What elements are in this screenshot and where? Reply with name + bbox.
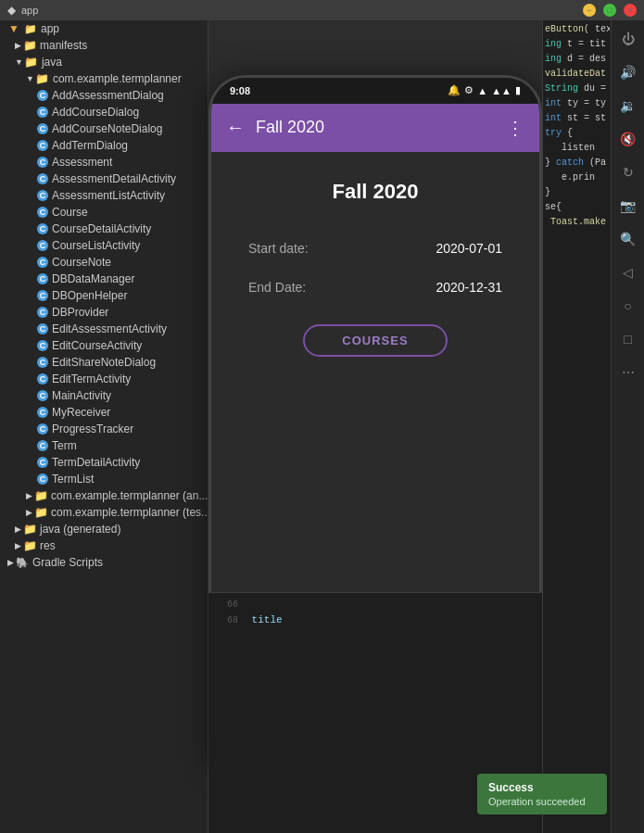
rotate-icon[interactable]: ↻ [617,161,639,183]
folder-icon: 📁 [34,489,47,502]
more-icon[interactable]: ⋯ [617,361,639,384]
app-bar: ← Fall 2020 ⋮ [211,104,539,152]
tree-item-MyReceiver[interactable]: C MyReceiver [0,404,208,421]
tree-item-CourseNote[interactable]: C CourseNote [0,254,208,271]
class-icon: C [37,407,48,418]
java-gen-label: java (generated) [40,523,120,536]
folder-icon: 📁 [23,539,36,552]
tree-item-pkg-test[interactable]: ▶ 📁 com.example.termplanner (tes... [0,504,208,521]
class-label: CourseListActivity [52,239,140,252]
class-icon: C [37,140,48,151]
volume-up-icon[interactable]: 🔊 [617,61,639,83]
tree-item-DBProvider[interactable]: C DBProvider [0,304,208,321]
tree-item-DBOpenHelper[interactable]: C DBOpenHelper [0,287,208,304]
end-label: End Date: [248,280,306,295]
bottom-code-line-2: 68 title [216,612,535,628]
code-line-6: int ty = ty [545,96,610,111]
class-label: Term [52,439,77,452]
class-icon: C [37,273,48,284]
chevron-down-icon: ▼ [7,22,20,35]
tree-item-EditAssessmentActivity[interactable]: C EditAssessmentActivity [0,321,208,337]
tree-item-Assessment[interactable]: C Assessment [0,154,208,170]
tree-item-EditCourseActivity[interactable]: C EditCourseActivity [0,337,208,354]
class-icon: C [37,457,48,468]
tree-item-TermDetailActivity[interactable]: C TermDetailActivity [0,454,208,471]
class-label: CourseDetailActivity [52,222,151,235]
class-icon: C [37,340,48,351]
tree-item-DBDataManager[interactable]: C DBDataManager [0,271,208,287]
titlebar-title: app [21,5,583,16]
code-line-12: } [545,185,610,200]
class-label: Assessment [52,156,112,169]
square-icon[interactable]: □ [617,328,639,350]
more-options-button[interactable]: ⋮ [506,117,524,139]
tree-item-Term[interactable]: C Term [0,437,208,454]
tree-root-app[interactable]: ▼ 📁 app [0,20,208,37]
power-icon[interactable]: ⏻ [617,28,639,50]
folder-icon: 📁 [34,506,47,519]
class-icon: C [37,473,48,485]
gradle-icon: 🐘 [16,557,29,569]
mute-icon[interactable]: 🔇 [617,128,639,150]
pkg-test-label: com.example.termplanner (tes... [51,506,208,519]
home-icon[interactable]: ○ [617,295,639,317]
zoom-icon[interactable]: 🔍 [617,228,639,250]
class-label: EditTermActivity [52,372,131,385]
restore-button[interactable]: □ [603,4,616,17]
tree-item-java[interactable]: ▼ 📁 java [0,54,208,70]
tree-item-EditShareNoteDialog[interactable]: C EditShareNoteDialog [0,354,208,371]
class-label: EditAssessmentActivity [52,322,167,335]
tree-item-AssessmentListActivity[interactable]: C AssessmentListActivity [0,187,208,204]
tree-item-package[interactable]: ▼ 📁 com.example.termplanner [0,70,208,87]
code-line-9: listen [545,141,610,156]
screenshot-icon[interactable]: 📷 [617,195,639,217]
tree-item-AddTermDialog[interactable]: C AddTermDialog [0,137,208,154]
tree-item-EditTermActivity[interactable]: C EditTermActivity [0,371,208,387]
tree-item-CourseListActivity[interactable]: C CourseListActivity [0,237,208,254]
tree-item-gradle[interactable]: ▶ 🐘 Gradle Scripts [0,554,208,571]
tree-item-res[interactable]: ▶ 📁 res [0,537,208,554]
class-icon: C [37,323,48,334]
minimize-button[interactable]: − [583,4,596,17]
class-icon: C [37,90,48,101]
tree-item-pkg-android[interactable]: ▶ 📁 com.example.termplanner (an... [0,487,208,504]
class-label: CourseNote [52,256,111,269]
back-button[interactable]: ← [226,117,245,138]
end-date-row: End Date: 2020-12-31 [230,271,521,304]
class-icon: C [37,390,48,401]
close-button[interactable]: × [624,4,637,17]
courses-button[interactable]: COURSES [303,324,447,357]
bottom-code-line-1: 66 [216,597,535,612]
tree-item-java-generated[interactable]: ▶ 📁 java (generated) [0,521,208,537]
tree-item-ProgressTracker[interactable]: C ProgressTracker [0,421,208,437]
back-icon[interactable]: ◁ [617,261,639,284]
class-label: DBProvider [52,306,108,319]
tree-item-manifests[interactable]: ▶ 📁 manifests [0,37,208,54]
toast-notification: Success Operation succeeded [477,774,607,814]
class-icon: C [37,107,48,118]
class-label: DBDataManager [52,272,134,285]
file-tree: ▼ 📁 app ▶ 📁 manifests ▼ 📁 java ▼ 📁 com.e… [0,20,208,833]
code-line-7: int st = st [545,111,610,126]
class-label: EditCourseActivity [52,339,142,352]
tree-item-AddCourseDialog[interactable]: C AddCourseDialog [0,104,208,120]
class-icon: C [37,157,48,168]
tree-item-MainActivity[interactable]: C MainActivity [0,387,208,404]
tree-item-CourseDetailActivity[interactable]: C CourseDetailActivity [0,221,208,237]
code-line-10: } catch (Pa [545,156,610,170]
tree-item-AddCourseNoteDialog[interactable]: C AddCourseNoteDialog [0,120,208,137]
class-label: TermList [52,473,94,486]
tree-item-Course[interactable]: C Course [0,204,208,221]
class-label: Course [52,206,88,219]
volume-down-icon[interactable]: 🔉 [617,95,639,117]
term-title: Fall 2020 [333,180,419,204]
arrow-icon: ▶ [7,558,14,567]
tree-item-AssessmentDetailActivity[interactable]: C AssessmentDetailActivity [0,170,208,187]
arrow-icon: ▼ [15,57,23,67]
tree-item-AddAssessmentDialog[interactable]: C AddAssessmentDialog [0,87,208,104]
right-toolbar: ⏻ 🔊 🔉 🔇 ↻ 📷 🔍 ◁ ○ □ ⋯ [611,20,644,833]
start-value: 2020-07-01 [436,241,502,256]
gradle-label: Gradle Scripts [32,556,103,569]
code-line-2: ing t = tit [545,37,610,52]
tree-item-TermList[interactable]: C TermList [0,471,208,487]
